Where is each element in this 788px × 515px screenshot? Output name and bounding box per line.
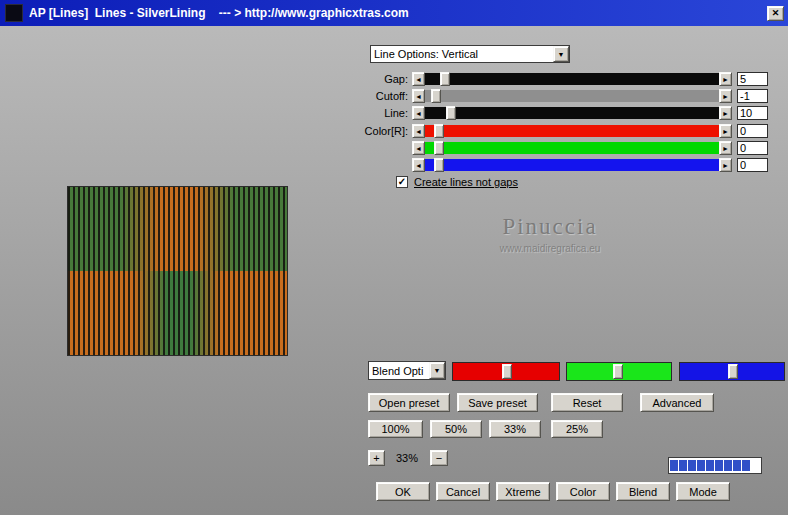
advanced-button[interactable]: Advanced	[640, 393, 714, 412]
watermark-site: www.maidiregrafica.eu	[455, 243, 645, 254]
titlebar[interactable]: AP [Lines] Lines - SilverLining --- > ht…	[0, 0, 788, 26]
chevron-down-icon: ▼	[434, 367, 441, 374]
color-r-label: Color[R]:	[346, 125, 412, 137]
green-channel-slider[interactable]	[566, 362, 672, 381]
gap-thumb[interactable]	[440, 72, 450, 86]
check-icon: ✓	[398, 176, 406, 187]
zoom-33-button[interactable]: 33%	[489, 420, 541, 438]
save-preset-button[interactable]: Save preset	[457, 393, 538, 412]
color-r-thumb[interactable]	[434, 124, 444, 138]
color-b-slider[interactable]: ◄ ►	[412, 158, 732, 172]
color-g-track[interactable]	[425, 142, 719, 154]
left-arrow-icon[interactable]: ◄	[412, 158, 425, 172]
left-arrow-icon[interactable]: ◄	[412, 106, 425, 120]
gap-value-input[interactable]	[737, 72, 768, 86]
color-g-slider[interactable]: ◄ ►	[412, 141, 732, 155]
right-arrow-icon[interactable]: ►	[719, 141, 732, 155]
right-arrow-icon[interactable]: ►	[719, 158, 732, 172]
cancel-button[interactable]: Cancel	[436, 482, 490, 501]
create-lines-label: Create lines not gaps	[414, 176, 518, 188]
right-arrow-icon[interactable]: ►	[719, 106, 732, 120]
blue-channel-thumb[interactable]	[728, 364, 738, 379]
cutoff-thumb[interactable]	[431, 89, 441, 103]
left-arrow-icon[interactable]: ◄	[412, 72, 425, 86]
blue-channel-slider[interactable]	[679, 362, 785, 381]
color-r-track[interactable]	[425, 125, 719, 137]
line-options-dropdown-button[interactable]: ▼	[553, 46, 569, 62]
zoom-in-button[interactable]: +	[368, 450, 385, 466]
color-b-track[interactable]	[425, 159, 719, 171]
color-r-slider[interactable]: ◄ ►	[412, 124, 732, 138]
color-b-thumb[interactable]	[434, 158, 444, 172]
red-channel-thumb[interactable]	[502, 364, 512, 379]
chevron-down-icon: ▼	[558, 51, 565, 58]
mode-button[interactable]: Mode	[676, 482, 730, 501]
close-icon: ✕	[772, 8, 780, 18]
slider-row-gap: Gap: ◄ ►	[346, 72, 769, 86]
zoom-25-button[interactable]: 25%	[551, 420, 603, 438]
line-value-input[interactable]	[737, 106, 768, 120]
preview-image	[67, 186, 288, 356]
color-g-thumb[interactable]	[434, 141, 444, 155]
reset-button[interactable]: Reset	[551, 393, 623, 412]
right-arrow-icon[interactable]: ►	[719, 89, 732, 103]
slider-row-color-r: Color[R]: ◄ ►	[346, 124, 769, 138]
plugin-window: AP [Lines] Lines - SilverLining --- > ht…	[0, 0, 788, 515]
create-lines-checkbox[interactable]: ✓	[396, 176, 408, 188]
line-track[interactable]	[425, 107, 719, 119]
red-channel-slider[interactable]	[452, 362, 560, 381]
app-icon[interactable]	[5, 4, 23, 22]
slider-row-line: Line: ◄ ►	[346, 106, 769, 120]
color-b-value-input[interactable]	[737, 158, 768, 172]
gap-slider[interactable]: ◄ ►	[412, 72, 732, 86]
slider-row-cutoff: Cutoff: ◄ ►	[346, 89, 769, 103]
blend-options-selected: Blend Opti	[369, 365, 429, 377]
line-options-selected: Line Options: Vertical	[371, 48, 553, 60]
blend-button[interactable]: Blend	[616, 482, 670, 501]
right-arrow-icon[interactable]: ►	[719, 124, 732, 138]
ok-button[interactable]: OK	[376, 482, 430, 501]
open-preset-button[interactable]: Open preset	[368, 393, 450, 412]
cutoff-slider[interactable]: ◄ ►	[412, 89, 732, 103]
color-g-value-input[interactable]	[737, 141, 768, 155]
gap-track[interactable]	[425, 73, 719, 85]
line-label: Line:	[346, 107, 412, 119]
slider-row-color-b: ◄ ►	[346, 158, 769, 172]
green-channel-thumb[interactable]	[613, 364, 623, 379]
zoom-out-button[interactable]: −	[430, 450, 448, 466]
window-title: AP [Lines] Lines - SilverLining --- > ht…	[29, 6, 767, 20]
slider-row-color-g: ◄ ►	[346, 141, 769, 155]
progress-bar	[668, 457, 762, 474]
close-button[interactable]: ✕	[767, 6, 784, 21]
left-arrow-icon[interactable]: ◄	[412, 141, 425, 155]
cutoff-track[interactable]	[425, 90, 719, 102]
watermark-name: Pinuccia	[455, 214, 645, 240]
left-arrow-icon[interactable]: ◄	[412, 89, 425, 103]
blend-options-dropdown-button[interactable]: ▼	[429, 362, 445, 379]
cutoff-label: Cutoff:	[346, 90, 412, 102]
line-thumb[interactable]	[446, 106, 456, 120]
blend-options-dropdown[interactable]: Blend Opti ▼	[368, 361, 446, 380]
zoom-100-button[interactable]: 100%	[368, 420, 423, 438]
line-slider[interactable]: ◄ ►	[412, 106, 732, 120]
left-arrow-icon[interactable]: ◄	[412, 124, 425, 138]
cutoff-value-input[interactable]	[737, 89, 768, 103]
right-arrow-icon[interactable]: ►	[719, 72, 732, 86]
gap-label: Gap:	[346, 73, 412, 85]
xtreme-button[interactable]: Xtreme	[496, 482, 550, 501]
line-options-dropdown[interactable]: Line Options: Vertical ▼	[370, 45, 570, 63]
color-r-value-input[interactable]	[737, 124, 768, 138]
zoom-50-button[interactable]: 50%	[430, 420, 482, 438]
color-button[interactable]: Color	[556, 482, 610, 501]
zoom-level-value: 33%	[388, 452, 426, 464]
